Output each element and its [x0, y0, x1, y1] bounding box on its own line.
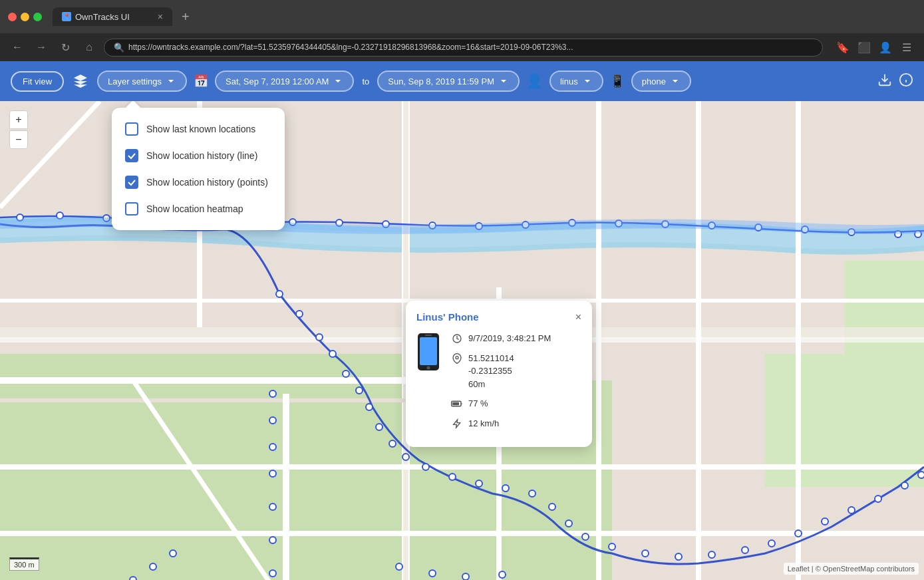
- new-tab-button[interactable]: +: [182, 9, 190, 25]
- svg-point-72: [822, 518, 828, 525]
- svg-point-81: [130, 577, 136, 580]
- popup-body: 9/7/2019, 3:48:21 PM 51.5211014 -0.23123…: [416, 332, 581, 436]
- svg-point-60: [502, 485, 509, 492]
- scale-label: 300 m: [14, 561, 35, 569]
- svg-rect-7: [845, 261, 924, 380]
- layer-item-0[interactable]: Show last known locations: [112, 116, 285, 142]
- browser-action-buttons: 🔖 ⬛ 👤 ☰: [834, 38, 916, 57]
- svg-point-102: [427, 366, 430, 370]
- layer-checkbox-1[interactable]: [125, 149, 138, 162]
- svg-point-48: [296, 311, 303, 317]
- popup-speed-row: 12 km/h: [451, 417, 581, 430]
- location-pin-icon: [451, 353, 463, 364]
- end-date-label: Sun, Sep 8, 2019 11:59 PM: [388, 76, 494, 86]
- svg-point-56: [402, 454, 409, 460]
- popup-title: Linus' Phone: [416, 311, 479, 323]
- svg-point-85: [269, 417, 276, 424]
- map-container[interactable]: Show last known locationsShow location h…: [0, 101, 924, 580]
- svg-point-87: [269, 470, 276, 477]
- layer-item-2[interactable]: Show location history (points): [112, 169, 285, 196]
- start-date-dropdown[interactable]: Sat, Sep 7, 2019 12:00 AM: [215, 71, 354, 92]
- maximize-window-button[interactable]: [33, 13, 42, 21]
- svg-point-84: [269, 390, 276, 397]
- svg-point-57: [422, 464, 429, 470]
- svg-point-96: [429, 570, 436, 577]
- battery-icon: [451, 398, 463, 410]
- popup-device-icon: [416, 332, 442, 436]
- svg-point-64: [582, 533, 589, 540]
- svg-point-90: [269, 570, 276, 577]
- zoom-out-button[interactable]: −: [9, 130, 28, 149]
- traffic-lights: [8, 13, 42, 21]
- layer-checkbox-3[interactable]: [125, 202, 138, 216]
- popup-close-button[interactable]: ×: [575, 312, 581, 323]
- forward-button[interactable]: →: [32, 38, 51, 57]
- back-button[interactable]: ←: [8, 38, 27, 57]
- svg-rect-101: [425, 335, 432, 336]
- layer-item-3[interactable]: Show location heatmap: [112, 196, 285, 222]
- layer-label-0: Show last known locations: [146, 124, 255, 134]
- home-button[interactable]: ⌂: [80, 38, 98, 57]
- address-bar[interactable]: 🔍 https://owntracks.example.com/?lat=51.…: [104, 39, 823, 57]
- svg-point-73: [848, 507, 855, 513]
- end-date-dropdown[interactable]: Sun, Sep 8, 2019 11:59 PM: [377, 71, 520, 92]
- svg-rect-100: [420, 337, 437, 365]
- popup-battery-row: 77 %: [451, 397, 581, 410]
- minimize-window-button[interactable]: [21, 13, 29, 21]
- layer-settings-label: Layer settings: [108, 76, 162, 86]
- svg-point-83: [170, 550, 176, 557]
- svg-point-65: [609, 543, 615, 550]
- svg-point-88: [269, 504, 276, 510]
- to-label: to: [361, 76, 371, 86]
- map-attribution: Leaflet | © OpenStreetMap contributors: [784, 563, 919, 575]
- toolbar-right-actions: [877, 72, 913, 90]
- layer-settings-dropdown[interactable]: Layer settings: [97, 71, 187, 92]
- popup-datetime-row: 9/7/2019, 3:48:21 PM: [451, 332, 581, 345]
- tab-favicon: 📍: [62, 12, 71, 21]
- svg-rect-106: [452, 402, 459, 406]
- browser-tab-active[interactable]: 📍 OwnTracks UI ×: [53, 7, 172, 26]
- user-dropdown[interactable]: linus: [549, 71, 603, 92]
- info-button[interactable]: [899, 72, 913, 90]
- start-date-label: Sat, Sep 7, 2019 12:00 AM: [226, 76, 329, 86]
- layer-settings-panel: Show last known locationsShow location h…: [112, 108, 285, 230]
- account-icon[interactable]: 👤: [876, 38, 895, 57]
- svg-point-62: [549, 504, 555, 510]
- layers-icon[interactable]: [71, 71, 90, 91]
- calendar-icon[interactable]: 📅: [194, 74, 208, 88]
- svg-point-51: [343, 370, 349, 377]
- zoom-in-button[interactable]: +: [9, 110, 28, 129]
- sidebar-icon[interactable]: ⬛: [855, 38, 873, 57]
- svg-point-47: [276, 291, 283, 297]
- svg-point-98: [499, 571, 506, 578]
- popup-details: 9/7/2019, 3:48:21 PM 51.5211014 -0.23123…: [451, 332, 581, 436]
- map-scale-bar: 300 m: [9, 557, 39, 571]
- reload-button[interactable]: ↻: [56, 38, 75, 57]
- location-popup: Linus' Phone ×: [406, 301, 592, 447]
- tab-close-button[interactable]: ×: [158, 11, 163, 22]
- layer-checkbox-0[interactable]: [125, 122, 138, 136]
- attribution-leaflet: Leaflet | © OpenStreetMap contributors: [788, 565, 915, 573]
- clock-icon: [451, 333, 463, 345]
- app-toolbar: Fit view Layer settings 📅 Sat, Sep 7, 20…: [0, 61, 924, 101]
- svg-point-104: [456, 356, 458, 359]
- svg-point-95: [396, 563, 402, 570]
- user-label: linus: [560, 76, 578, 86]
- fit-view-button[interactable]: Fit view: [11, 71, 64, 92]
- svg-point-61: [529, 490, 536, 497]
- svg-point-89: [269, 537, 276, 543]
- tab-title: OwnTracks UI: [75, 12, 130, 22]
- device-label: phone: [642, 76, 666, 86]
- layer-label-2: Show location history (points): [146, 177, 268, 188]
- layer-checkbox-2[interactable]: [125, 176, 138, 189]
- device-dropdown[interactable]: phone: [631, 71, 691, 92]
- svg-point-49: [316, 334, 323, 341]
- close-window-button[interactable]: [8, 13, 17, 21]
- menu-icon[interactable]: ☰: [897, 38, 916, 57]
- browser-navbar: ← → ↻ ⌂ 🔍 https://owntracks.example.com/…: [0, 33, 924, 61]
- layer-item-1[interactable]: Show location history (line): [112, 142, 285, 169]
- svg-point-66: [642, 550, 649, 557]
- bookmarks-icon[interactable]: 🔖: [834, 38, 852, 57]
- download-button[interactable]: [877, 72, 892, 90]
- svg-point-59: [476, 480, 482, 487]
